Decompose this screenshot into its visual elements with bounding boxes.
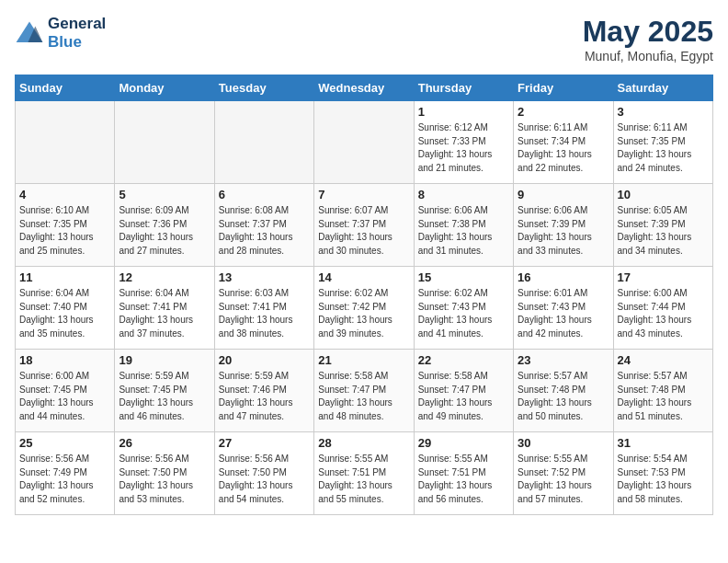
calendar-cell: 21Sunrise: 5:58 AM Sunset: 7:47 PM Dayli… — [314, 350, 414, 432]
day-number: 4 — [19, 188, 110, 201]
day-number: 6 — [219, 188, 310, 201]
calendar-cell: 8Sunrise: 6:06 AM Sunset: 7:38 PM Daylig… — [414, 184, 513, 267]
day-info: Sunrise: 5:55 AM Sunset: 7:52 PM Dayligh… — [518, 453, 609, 506]
day-info: Sunrise: 5:58 AM Sunset: 7:47 PM Dayligh… — [418, 370, 509, 423]
weekday-header-monday: Monday — [115, 75, 214, 101]
day-number: 31 — [618, 436, 709, 450]
day-number: 24 — [618, 353, 709, 367]
day-number: 30 — [518, 436, 609, 450]
day-info: Sunrise: 6:01 AM Sunset: 7:43 PM Dayligh… — [518, 287, 609, 340]
day-number: 26 — [119, 436, 210, 450]
calendar-cell: 29Sunrise: 5:55 AM Sunset: 7:51 PM Dayli… — [414, 432, 513, 515]
month-title: May 2025 — [583, 15, 713, 49]
calendar-cell: 27Sunrise: 5:56 AM Sunset: 7:50 PM Dayli… — [214, 432, 313, 515]
logo-icon — [15, 20, 44, 46]
day-number: 13 — [219, 270, 310, 284]
day-info: Sunrise: 6:04 AM Sunset: 7:41 PM Dayligh… — [119, 287, 210, 340]
calendar-cell: 18Sunrise: 6:00 AM Sunset: 7:45 PM Dayli… — [16, 350, 115, 432]
day-info: Sunrise: 5:58 AM Sunset: 7:47 PM Dayligh… — [318, 370, 409, 423]
day-number: 22 — [418, 353, 509, 367]
day-number: 16 — [518, 270, 609, 284]
calendar-cell: 5Sunrise: 6:09 AM Sunset: 7:36 PM Daylig… — [115, 184, 214, 267]
day-number: 2 — [518, 105, 609, 119]
calendar-cell: 12Sunrise: 6:04 AM Sunset: 7:41 PM Dayli… — [115, 267, 214, 350]
day-number: 3 — [618, 105, 709, 119]
day-info: Sunrise: 5:59 AM Sunset: 7:46 PM Dayligh… — [219, 370, 310, 423]
calendar-week-row: 4Sunrise: 6:10 AM Sunset: 7:35 PM Daylig… — [16, 184, 713, 267]
page-header: General Blue May 2025 Munuf, Monufia, Eg… — [15, 15, 713, 63]
calendar-cell: 17Sunrise: 6:00 AM Sunset: 7:44 PM Dayli… — [613, 267, 712, 350]
calendar-cell: 1Sunrise: 6:12 AM Sunset: 7:33 PM Daylig… — [414, 101, 513, 184]
location: Munuf, Monufia, Egypt — [583, 49, 713, 63]
day-number: 7 — [318, 188, 409, 201]
day-info: Sunrise: 6:03 AM Sunset: 7:41 PM Dayligh… — [219, 287, 310, 340]
day-info: Sunrise: 5:59 AM Sunset: 7:45 PM Dayligh… — [119, 370, 210, 423]
day-number: 15 — [418, 270, 509, 284]
day-info: Sunrise: 5:54 AM Sunset: 7:53 PM Dayligh… — [618, 453, 709, 506]
calendar-cell: 4Sunrise: 6:10 AM Sunset: 7:35 PM Daylig… — [16, 184, 115, 267]
day-info: Sunrise: 6:11 AM Sunset: 7:34 PM Dayligh… — [518, 121, 609, 175]
day-number: 27 — [219, 436, 310, 450]
calendar-week-row: 25Sunrise: 5:56 AM Sunset: 7:49 PM Dayli… — [16, 432, 713, 515]
calendar-table: SundayMondayTuesdayWednesdayThursdayFrid… — [15, 75, 713, 515]
day-info: Sunrise: 5:57 AM Sunset: 7:48 PM Dayligh… — [518, 370, 609, 423]
weekday-header-sunday: Sunday — [16, 75, 115, 101]
weekday-header-wednesday: Wednesday — [314, 75, 414, 101]
calendar-cell: 31Sunrise: 5:54 AM Sunset: 7:53 PM Dayli… — [613, 432, 712, 515]
calendar-cell: 9Sunrise: 6:06 AM Sunset: 7:39 PM Daylig… — [514, 184, 613, 267]
weekday-header-saturday: Saturday — [613, 75, 712, 101]
calendar-cell: 25Sunrise: 5:56 AM Sunset: 7:49 PM Dayli… — [16, 432, 115, 515]
weekday-header-tuesday: Tuesday — [214, 75, 313, 101]
day-info: Sunrise: 6:05 AM Sunset: 7:39 PM Dayligh… — [618, 204, 709, 258]
day-number: 19 — [119, 353, 210, 367]
calendar-cell: 13Sunrise: 6:03 AM Sunset: 7:41 PM Dayli… — [214, 267, 313, 350]
day-info: Sunrise: 6:06 AM Sunset: 7:39 PM Dayligh… — [518, 204, 609, 258]
day-info: Sunrise: 6:10 AM Sunset: 7:35 PM Dayligh… — [19, 204, 110, 258]
calendar-cell: 30Sunrise: 5:55 AM Sunset: 7:52 PM Dayli… — [514, 432, 613, 515]
day-number: 17 — [618, 270, 709, 284]
calendar-cell — [16, 101, 115, 184]
calendar-cell: 10Sunrise: 6:05 AM Sunset: 7:39 PM Dayli… — [613, 184, 712, 267]
weekday-header-friday: Friday — [514, 75, 613, 101]
day-info: Sunrise: 6:00 AM Sunset: 7:45 PM Dayligh… — [19, 370, 110, 423]
day-info: Sunrise: 6:11 AM Sunset: 7:35 PM Dayligh… — [618, 121, 709, 175]
calendar-cell: 23Sunrise: 5:57 AM Sunset: 7:48 PM Dayli… — [514, 350, 613, 432]
day-number: 23 — [518, 353, 609, 367]
day-info: Sunrise: 6:07 AM Sunset: 7:37 PM Dayligh… — [318, 204, 409, 258]
day-number: 28 — [318, 436, 409, 450]
logo-text-line2: Blue — [48, 33, 106, 52]
weekday-header-thursday: Thursday — [414, 75, 513, 101]
day-info: Sunrise: 5:57 AM Sunset: 7:48 PM Dayligh… — [618, 370, 709, 423]
logo: General Blue — [15, 15, 106, 51]
weekday-header-row: SundayMondayTuesdayWednesdayThursdayFrid… — [16, 75, 713, 101]
day-number: 9 — [518, 188, 609, 201]
title-block: May 2025 Munuf, Monufia, Egypt — [583, 15, 713, 63]
day-info: Sunrise: 5:55 AM Sunset: 7:51 PM Dayligh… — [318, 453, 409, 506]
calendar-week-row: 18Sunrise: 6:00 AM Sunset: 7:45 PM Dayli… — [16, 350, 713, 432]
day-number: 5 — [119, 188, 210, 201]
calendar-cell: 2Sunrise: 6:11 AM Sunset: 7:34 PM Daylig… — [514, 101, 613, 184]
day-number: 18 — [19, 353, 110, 367]
calendar-cell: 19Sunrise: 5:59 AM Sunset: 7:45 PM Dayli… — [115, 350, 214, 432]
calendar-week-row: 11Sunrise: 6:04 AM Sunset: 7:40 PM Dayli… — [16, 267, 713, 350]
calendar-cell: 26Sunrise: 5:56 AM Sunset: 7:50 PM Dayli… — [115, 432, 214, 515]
day-info: Sunrise: 6:02 AM Sunset: 7:42 PM Dayligh… — [318, 287, 409, 340]
day-info: Sunrise: 5:56 AM Sunset: 7:50 PM Dayligh… — [119, 453, 210, 506]
day-number: 1 — [418, 105, 509, 119]
calendar-cell: 15Sunrise: 6:02 AM Sunset: 7:43 PM Dayli… — [414, 267, 513, 350]
day-info: Sunrise: 5:55 AM Sunset: 7:51 PM Dayligh… — [418, 453, 509, 506]
calendar-cell: 28Sunrise: 5:55 AM Sunset: 7:51 PM Dayli… — [314, 432, 414, 515]
calendar-cell: 11Sunrise: 6:04 AM Sunset: 7:40 PM Dayli… — [16, 267, 115, 350]
calendar-week-row: 1Sunrise: 6:12 AM Sunset: 7:33 PM Daylig… — [16, 101, 713, 184]
day-info: Sunrise: 5:56 AM Sunset: 7:49 PM Dayligh… — [19, 453, 110, 506]
day-info: Sunrise: 6:12 AM Sunset: 7:33 PM Dayligh… — [418, 121, 509, 175]
day-info: Sunrise: 6:04 AM Sunset: 7:40 PM Dayligh… — [19, 287, 110, 340]
day-number: 29 — [418, 436, 509, 450]
calendar-cell: 6Sunrise: 6:08 AM Sunset: 7:37 PM Daylig… — [214, 184, 313, 267]
calendar-cell — [314, 101, 414, 184]
day-info: Sunrise: 6:09 AM Sunset: 7:36 PM Dayligh… — [119, 204, 210, 258]
day-info: Sunrise: 6:08 AM Sunset: 7:37 PM Dayligh… — [219, 204, 310, 258]
calendar-cell: 7Sunrise: 6:07 AM Sunset: 7:37 PM Daylig… — [314, 184, 414, 267]
day-info: Sunrise: 6:06 AM Sunset: 7:38 PM Dayligh… — [418, 204, 509, 258]
calendar-cell — [214, 101, 313, 184]
